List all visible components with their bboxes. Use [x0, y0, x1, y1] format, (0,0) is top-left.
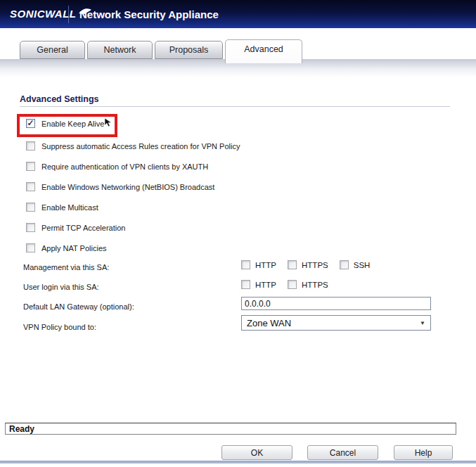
- vpn-bound-value: Zone WAN: [247, 318, 291, 328]
- chevron-down-icon: ▼: [420, 320, 425, 326]
- vpn-policy-dialog: SONICWALL Network Security Appliance Gen…: [0, 0, 476, 467]
- mgmt-ssh-label: SSH: [354, 261, 371, 269]
- user-login-options: HTTP HTTPS: [241, 280, 335, 289]
- login-http-label: HTTP: [255, 281, 276, 289]
- checkbox-label: Require authentication of VPN clients by…: [41, 162, 208, 171]
- tab-proposals[interactable]: Proposals: [155, 41, 223, 59]
- netbios-broadcast-checkbox[interactable]: [26, 182, 35, 191]
- section-divider: [20, 106, 450, 107]
- window-bottom-edge: [0, 461, 476, 463]
- row-suppress-access-rules: Suppress automatic Access Rules creation…: [26, 141, 240, 151]
- vpn-bound-label: VPN Policy bound to:: [23, 323, 96, 331]
- gateway-label: Default LAN Gateway (optional):: [23, 302, 134, 311]
- vpn-bound-dropdown[interactable]: Zone WAN ▼: [241, 315, 431, 331]
- section-heading: Advanced Settings: [20, 94, 99, 104]
- check-icon: ✓: [27, 118, 34, 128]
- login-https-label: HTTPS: [302, 281, 328, 289]
- user-login-label: User login via this SA:: [23, 283, 99, 291]
- checkbox-label: Enable Keep Alive: [41, 120, 104, 128]
- row-permit-tcp-acceleration: Permit TCP Acceleration: [26, 223, 125, 232]
- gateway-input[interactable]: [241, 297, 431, 310]
- header-bar: SONICWALL Network Security Appliance: [0, 0, 476, 28]
- row-apply-nat-policies: Apply NAT Policies: [26, 243, 107, 252]
- row-enable-keep-alive: ✓ Enable Keep Alive: [26, 119, 104, 128]
- ok-button[interactable]: OK: [221, 445, 292, 460]
- cancel-button[interactable]: Cancel: [307, 445, 378, 460]
- status-text: Ready: [9, 424, 34, 434]
- header-divider: [68, 6, 69, 23]
- mgmt-https-checkbox[interactable]: [288, 260, 297, 269]
- checkbox-label: Enable Windows Networking (NetBIOS) Broa…: [41, 183, 214, 191]
- appliance-title: Network Security Appliance: [79, 8, 219, 20]
- login-https-checkbox[interactable]: [288, 280, 297, 289]
- apply-nat-policies-checkbox[interactable]: [26, 243, 35, 252]
- mgmt-http-label: HTTP: [255, 261, 276, 269]
- tab-network[interactable]: Network: [87, 41, 153, 59]
- sonicwall-logo-text: SONICWALL: [10, 8, 77, 20]
- cursor-arrow-icon: [104, 117, 113, 127]
- enable-multicast-checkbox[interactable]: [26, 203, 35, 212]
- checkbox-label: Suppress automatic Access Rules creation…: [41, 142, 240, 151]
- help-button[interactable]: Help: [394, 445, 453, 460]
- mgmt-https-label: HTTPS: [302, 261, 328, 269]
- enable-keep-alive-checkbox[interactable]: ✓: [26, 119, 35, 128]
- checkbox-label: Enable Multicast: [41, 203, 98, 212]
- checkbox-label: Apply NAT Policies: [41, 244, 107, 252]
- checkbox-label: Permit TCP Acceleration: [41, 224, 125, 232]
- tab-advanced[interactable]: Advanced: [225, 39, 302, 63]
- row-netbios-broadcast: Enable Windows Networking (NetBIOS) Broa…: [26, 182, 214, 191]
- row-require-xauth: Require authentication of VPN clients by…: [26, 162, 208, 171]
- permit-tcp-acceleration-checkbox[interactable]: [26, 223, 35, 232]
- tab-general[interactable]: General: [20, 41, 85, 59]
- management-options: HTTP HTTPS SSH: [241, 260, 376, 269]
- mgmt-http-checkbox[interactable]: [241, 260, 250, 269]
- require-xauth-checkbox[interactable]: [26, 162, 35, 171]
- mgmt-ssh-checkbox[interactable]: [340, 260, 349, 269]
- status-bar: Ready: [5, 423, 456, 435]
- row-enable-multicast: Enable Multicast: [26, 203, 98, 212]
- login-http-checkbox[interactable]: [241, 280, 250, 289]
- suppress-access-rules-checkbox[interactable]: [26, 141, 35, 151]
- management-label: Management via this SA:: [23, 263, 109, 271]
